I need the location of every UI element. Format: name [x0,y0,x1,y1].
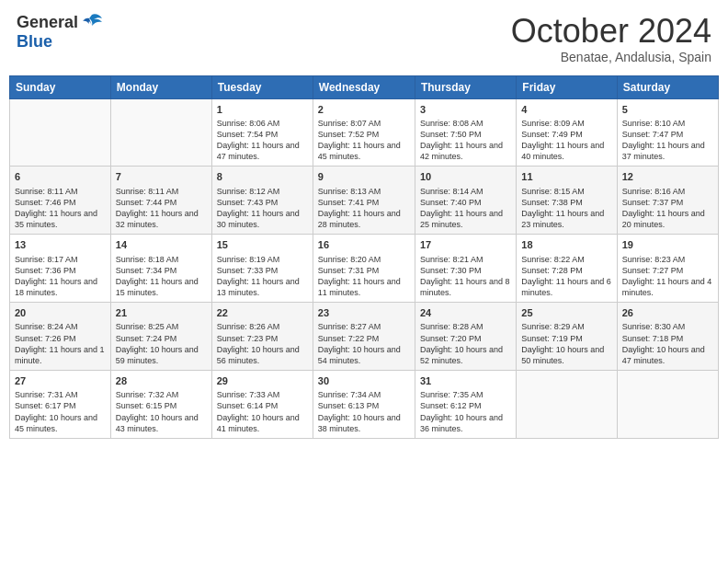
day-info: Sunrise: 8:22 AM Sunset: 7:28 PM Dayligh… [521,254,611,299]
day-number: 3 [420,103,511,116]
day-info: Sunrise: 8:09 AM Sunset: 7:49 PM Dayligh… [521,118,611,163]
weekday-header-monday: Monday [110,75,211,98]
calendar-cell: 28Sunrise: 7:32 AM Sunset: 6:15 PM Dayli… [110,371,211,439]
calendar-cell: 27Sunrise: 7:31 AM Sunset: 6:17 PM Dayli… [10,371,111,439]
day-info: Sunrise: 8:27 AM Sunset: 7:22 PM Dayligh… [318,321,410,366]
day-info: Sunrise: 8:25 AM Sunset: 7:24 PM Dayligh… [116,321,207,366]
calendar-cell: 21Sunrise: 8:25 AM Sunset: 7:24 PM Dayli… [110,303,211,371]
day-info: Sunrise: 8:12 AM Sunset: 7:43 PM Dayligh… [217,186,308,231]
day-number: 13 [15,238,106,251]
calendar-cell: 22Sunrise: 8:26 AM Sunset: 7:23 PM Dayli… [211,303,313,371]
calendar-cell: 14Sunrise: 8:18 AM Sunset: 7:34 PM Dayli… [110,235,211,303]
day-info: Sunrise: 8:30 AM Sunset: 7:18 PM Dayligh… [622,321,713,366]
day-number: 9 [318,170,410,183]
weekday-header-sunday: Sunday [10,75,111,98]
day-info: Sunrise: 8:17 AM Sunset: 7:36 PM Dayligh… [15,254,106,299]
weekday-header-friday: Friday [517,75,617,98]
page-header: General Blue October 2024 Benatae, Andal… [9,9,719,68]
day-info: Sunrise: 8:11 AM Sunset: 7:46 PM Dayligh… [15,186,106,231]
day-number: 1 [217,103,308,116]
day-info: Sunrise: 7:35 AM Sunset: 6:12 PM Dayligh… [420,389,511,434]
calendar-cell [10,98,111,167]
calendar-cell: 30Sunrise: 7:34 AM Sunset: 6:13 PM Dayli… [313,371,415,439]
day-number: 14 [116,238,207,251]
logo-text-general: General [17,14,78,32]
calendar-cell: 9Sunrise: 8:13 AM Sunset: 7:41 PM Daylig… [313,167,415,235]
weekday-header-saturday: Saturday [617,75,718,98]
calendar-table: SundayMondayTuesdayWednesdayThursdayFrid… [9,75,719,439]
day-number: 4 [521,103,611,116]
day-number: 5 [622,103,713,116]
calendar-cell: 20Sunrise: 8:24 AM Sunset: 7:26 PM Dayli… [10,303,111,371]
day-info: Sunrise: 8:29 AM Sunset: 7:19 PM Dayligh… [521,321,611,366]
day-number: 19 [622,238,713,251]
day-number: 8 [217,170,308,183]
day-number: 20 [15,306,106,319]
calendar-cell: 17Sunrise: 8:21 AM Sunset: 7:30 PM Dayli… [415,235,516,303]
day-number: 10 [420,170,511,183]
weekday-header-thursday: Thursday [415,75,516,98]
day-number: 7 [116,170,207,183]
day-number: 12 [622,170,713,183]
calendar-week-row: 13Sunrise: 8:17 AM Sunset: 7:36 PM Dayli… [10,235,719,303]
calendar-cell: 3Sunrise: 8:08 AM Sunset: 7:50 PM Daylig… [415,98,516,167]
calendar-cell: 11Sunrise: 8:15 AM Sunset: 7:38 PM Dayli… [517,167,617,235]
day-number: 30 [318,374,410,387]
day-info: Sunrise: 8:20 AM Sunset: 7:31 PM Dayligh… [318,254,410,299]
calendar-cell: 5Sunrise: 8:10 AM Sunset: 7:47 PM Daylig… [617,98,718,167]
day-info: Sunrise: 8:16 AM Sunset: 7:37 PM Dayligh… [622,186,713,231]
calendar-cell: 16Sunrise: 8:20 AM Sunset: 7:31 PM Dayli… [313,235,415,303]
calendar-cell: 4Sunrise: 8:09 AM Sunset: 7:49 PM Daylig… [517,98,617,167]
day-info: Sunrise: 8:11 AM Sunset: 7:44 PM Dayligh… [116,186,207,231]
calendar-cell: 15Sunrise: 8:19 AM Sunset: 7:33 PM Dayli… [211,235,313,303]
day-info: Sunrise: 8:13 AM Sunset: 7:41 PM Dayligh… [318,186,410,231]
calendar-cell: 12Sunrise: 8:16 AM Sunset: 7:37 PM Dayli… [617,167,718,235]
day-info: Sunrise: 8:14 AM Sunset: 7:40 PM Dayligh… [420,186,511,231]
day-info: Sunrise: 8:23 AM Sunset: 7:27 PM Dayligh… [622,254,713,299]
weekday-header-row: SundayMondayTuesdayWednesdayThursdayFrid… [10,75,719,98]
calendar-cell: 23Sunrise: 8:27 AM Sunset: 7:22 PM Dayli… [313,303,415,371]
day-info: Sunrise: 7:33 AM Sunset: 6:14 PM Dayligh… [217,389,308,434]
day-number: 27 [15,374,106,387]
day-info: Sunrise: 8:24 AM Sunset: 7:26 PM Dayligh… [15,321,106,366]
month-title: October 2024 [511,13,711,50]
calendar-cell: 2Sunrise: 8:07 AM Sunset: 7:52 PM Daylig… [313,98,415,167]
day-info: Sunrise: 8:28 AM Sunset: 7:20 PM Dayligh… [420,321,511,366]
calendar-cell [617,371,718,439]
day-number: 22 [217,306,308,319]
day-info: Sunrise: 8:21 AM Sunset: 7:30 PM Dayligh… [420,254,511,299]
calendar-cell: 1Sunrise: 8:06 AM Sunset: 7:54 PM Daylig… [211,98,313,167]
calendar-cell: 25Sunrise: 8:29 AM Sunset: 7:19 PM Dayli… [517,303,617,371]
day-number: 23 [318,306,410,319]
day-number: 26 [622,306,713,319]
calendar-week-row: 27Sunrise: 7:31 AM Sunset: 6:17 PM Dayli… [10,371,719,439]
day-number: 11 [521,170,611,183]
day-number: 25 [521,306,611,319]
day-info: Sunrise: 7:31 AM Sunset: 6:17 PM Dayligh… [15,389,106,434]
calendar-week-row: 1Sunrise: 8:06 AM Sunset: 7:54 PM Daylig… [10,98,719,167]
calendar-cell: 26Sunrise: 8:30 AM Sunset: 7:18 PM Dayli… [617,303,718,371]
calendar-cell: 13Sunrise: 8:17 AM Sunset: 7:36 PM Dayli… [10,235,111,303]
calendar-cell: 19Sunrise: 8:23 AM Sunset: 7:27 PM Dayli… [617,235,718,303]
calendar-cell [517,371,617,439]
calendar-cell: 10Sunrise: 8:14 AM Sunset: 7:40 PM Dayli… [415,167,516,235]
day-info: Sunrise: 7:32 AM Sunset: 6:15 PM Dayligh… [116,389,207,434]
calendar-cell: 7Sunrise: 8:11 AM Sunset: 7:44 PM Daylig… [110,167,211,235]
calendar-cell [110,98,211,167]
location-subtitle: Benatae, Andalusia, Spain [511,50,711,64]
day-info: Sunrise: 8:06 AM Sunset: 7:54 PM Dayligh… [217,118,308,163]
day-number: 24 [420,306,511,319]
weekday-header-wednesday: Wednesday [313,75,415,98]
calendar-week-row: 20Sunrise: 8:24 AM Sunset: 7:26 PM Dayli… [10,303,719,371]
calendar-cell: 31Sunrise: 7:35 AM Sunset: 6:12 PM Dayli… [415,371,516,439]
day-info: Sunrise: 7:34 AM Sunset: 6:13 PM Dayligh… [318,389,410,434]
day-number: 28 [116,374,207,387]
day-info: Sunrise: 8:26 AM Sunset: 7:23 PM Dayligh… [217,321,308,366]
day-info: Sunrise: 8:15 AM Sunset: 7:38 PM Dayligh… [521,186,611,231]
day-number: 18 [521,238,611,251]
day-number: 15 [217,238,308,251]
calendar-cell: 8Sunrise: 8:12 AM Sunset: 7:43 PM Daylig… [211,167,313,235]
day-number: 21 [116,306,207,319]
calendar-week-row: 6Sunrise: 8:11 AM Sunset: 7:46 PM Daylig… [10,167,719,235]
logo: General Blue [17,13,104,52]
